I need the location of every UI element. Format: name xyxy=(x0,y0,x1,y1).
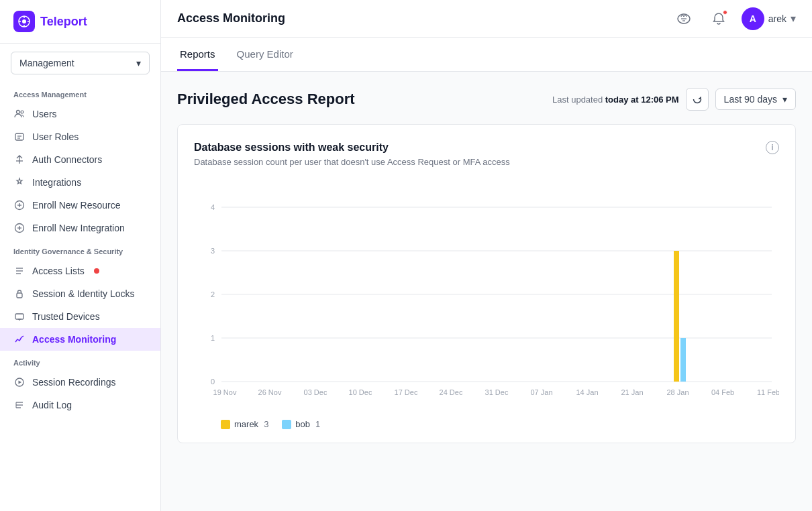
legend-color-marek xyxy=(221,420,230,429)
sidebar: Teleport Management ▾ Access Management … xyxy=(0,0,161,511)
svg-text:17 Dec: 17 Dec xyxy=(395,388,418,396)
svg-text:28 Jan: 28 Jan xyxy=(666,388,689,396)
sidebar-item-integrations[interactable]: Integrations xyxy=(0,171,160,194)
sidebar-item-enroll-resource[interactable]: Enroll New Resource xyxy=(0,194,160,217)
svg-rect-8 xyxy=(15,133,23,140)
chart-card: Database sessions with weak security i D… xyxy=(177,124,796,443)
sidebar-label-session-locks: Session & Identity Locks xyxy=(32,288,135,299)
svg-rect-21 xyxy=(15,314,23,319)
svg-marker-25 xyxy=(19,381,22,384)
sidebar-label-audit-log: Audit Log xyxy=(32,400,72,410)
days-dropdown-label: Last 90 days xyxy=(724,94,777,105)
sidebar-logo: Teleport xyxy=(0,0,160,44)
sidebar-label-integrations: Integrations xyxy=(32,177,81,188)
days-dropdown-chevron-icon: ▾ xyxy=(782,94,787,105)
report-header: Privileged Access Report Last updated to… xyxy=(177,88,796,111)
last-updated-text: Last updated today at 12:06 PM xyxy=(552,95,679,105)
management-dropdown[interactable]: Management ▾ xyxy=(11,52,150,74)
tabs-bar: Reports Query Editor xyxy=(161,38,812,72)
sidebar-label-user-roles: User Roles xyxy=(32,131,79,142)
svg-text:24 Dec: 24 Dec xyxy=(440,388,463,396)
user-name: arek xyxy=(768,13,786,24)
report-controls: Last updated today at 12:06 PM Last 90 d… xyxy=(552,88,796,111)
integrations-icon xyxy=(13,176,26,188)
tab-query-editor[interactable]: Query Editor xyxy=(234,38,296,71)
sidebar-item-audit-log[interactable]: Audit Log xyxy=(0,394,160,416)
sidebar-item-auth-connectors[interactable]: Auth Connectors xyxy=(0,148,160,171)
notifications-button[interactable] xyxy=(707,7,731,31)
users-icon xyxy=(13,108,26,120)
svg-text:11 Feb: 11 Feb xyxy=(757,388,779,396)
header-controls: A arek ▾ xyxy=(672,7,796,31)
last-updated-time: today at 12:06 PM xyxy=(605,95,679,105)
notification-dot xyxy=(723,10,727,15)
session-lock-icon xyxy=(13,288,26,300)
sidebar-label-auth-connectors: Auth Connectors xyxy=(32,154,102,165)
audit-log-icon xyxy=(13,399,26,411)
content-area: Privileged Access Report Last updated to… xyxy=(161,72,812,511)
logo-text: Teleport xyxy=(40,15,87,29)
auth-connectors-icon xyxy=(13,154,26,166)
user-avatar: A xyxy=(742,7,764,30)
user-menu[interactable]: A arek ▾ xyxy=(742,7,796,30)
chart-title-row: Database sessions with weak security i xyxy=(194,141,779,154)
days-dropdown[interactable]: Last 90 days ▾ xyxy=(715,89,796,110)
svg-text:3: 3 xyxy=(211,247,215,255)
session-recordings-icon xyxy=(13,376,26,388)
chart-title-text: Database sessions with weak security xyxy=(194,141,389,154)
sidebar-label-users: Users xyxy=(32,109,57,119)
svg-text:21 Jan: 21 Jan xyxy=(621,388,643,396)
legend-count-bob: 1 xyxy=(315,419,320,429)
trusted-devices-icon xyxy=(13,310,26,323)
legend-color-bob xyxy=(282,420,291,429)
sidebar-item-session-identity-locks[interactable]: Session & Identity Locks xyxy=(0,282,160,305)
svg-text:26 Nov: 26 Nov xyxy=(258,388,282,396)
legend-item-marek: marek 3 xyxy=(221,419,268,429)
enroll-resource-icon xyxy=(13,199,26,211)
sidebar-label-trusted-devices: Trusted Devices xyxy=(32,311,100,322)
sidebar-label-enroll-integration: Enroll New Integration xyxy=(32,223,125,233)
svg-text:14 Jan: 14 Jan xyxy=(576,388,598,396)
chart-info-button[interactable]: i xyxy=(766,141,779,154)
sidebar-label-enroll-resource: Enroll New Resource xyxy=(32,200,121,211)
svg-text:0: 0 xyxy=(211,378,215,386)
sidebar-item-enroll-integration[interactable]: Enroll New Integration xyxy=(0,217,160,239)
user-menu-chevron-icon: ▾ xyxy=(791,12,796,25)
svg-text:4: 4 xyxy=(211,203,215,211)
sidebar-item-access-lists[interactable]: Access Lists xyxy=(0,260,160,282)
legend-count-marek: 3 xyxy=(264,419,268,429)
chart-svg: 4 3 2 1 0 19 Nov 26 Nov 03 Dec 10 Dec 17… xyxy=(194,180,779,408)
sidebar-item-session-recordings[interactable]: Session Recordings xyxy=(0,371,160,394)
sidebar-item-user-roles[interactable]: User Roles xyxy=(0,125,160,148)
sidebar-item-access-monitoring[interactable]: Access Monitoring xyxy=(0,328,160,351)
svg-text:2: 2 xyxy=(211,290,215,298)
section-activity: Activity xyxy=(0,351,160,371)
page-title: Access Monitoring xyxy=(177,11,285,25)
sidebar-item-users[interactable]: Users xyxy=(0,103,160,125)
main-content: Access Monitoring A xyxy=(161,0,812,511)
svg-text:31 Dec: 31 Dec xyxy=(485,388,509,396)
enroll-integration-icon xyxy=(13,222,26,234)
page-header: Access Monitoring A xyxy=(161,0,812,38)
bar-marek xyxy=(674,251,679,382)
svg-rect-20 xyxy=(17,293,22,298)
svg-text:04 Feb: 04 Feb xyxy=(711,388,734,396)
legend-label-bob: bob xyxy=(295,419,310,429)
refresh-button[interactable] xyxy=(686,88,709,111)
chart-legend: marek 3 bob 1 xyxy=(194,419,779,429)
svg-text:07 Jan: 07 Jan xyxy=(530,388,552,396)
report-title: Privileged Access Report xyxy=(177,91,355,108)
chevron-down-icon: ▾ xyxy=(136,58,141,68)
sidebar-item-trusted-devices[interactable]: Trusted Devices xyxy=(0,305,160,328)
svg-point-6 xyxy=(17,111,20,114)
svg-point-7 xyxy=(21,111,23,113)
brain-button[interactable] xyxy=(672,7,696,31)
svg-marker-33 xyxy=(698,97,701,99)
svg-text:10 Dec: 10 Dec xyxy=(349,388,372,396)
tab-reports[interactable]: Reports xyxy=(177,38,218,71)
sidebar-label-access-lists: Access Lists xyxy=(32,266,85,276)
legend-label-marek: marek xyxy=(234,419,258,429)
bar-bob xyxy=(680,338,686,382)
svg-point-1 xyxy=(22,19,26,23)
user-roles-icon xyxy=(13,131,26,143)
